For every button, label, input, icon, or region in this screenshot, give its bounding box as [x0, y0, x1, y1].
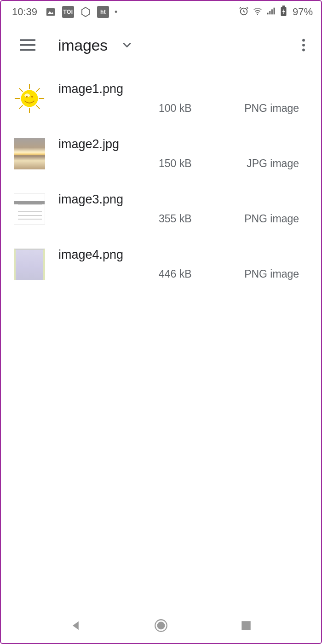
battery-icon — [280, 6, 287, 19]
svg-point-14 — [302, 39, 305, 42]
svg-rect-13 — [20, 49, 35, 51]
menu-button[interactable] — [18, 36, 37, 54]
file-row[interactable]: image1.png 100 kB PNG image — [14, 80, 308, 122]
svg-point-25 — [21, 90, 38, 107]
file-list: image1.png 100 kB PNG image image2.jpg 1… — [1, 80, 321, 288]
svg-point-27 — [26, 96, 28, 98]
status-right: 97% — [239, 6, 313, 19]
file-thumbnail — [14, 83, 45, 114]
svg-rect-11 — [20, 39, 35, 41]
file-type: PNG image — [244, 102, 299, 115]
battery-percent: 97% — [293, 6, 313, 18]
ht-icon: ht — [97, 6, 109, 18]
svg-rect-4 — [267, 12, 269, 14]
svg-marker-29 — [73, 621, 79, 630]
file-name: image4.png — [58, 248, 123, 262]
svg-rect-0 — [46, 8, 55, 16]
more-options-button[interactable] — [294, 36, 313, 54]
file-thumbnail — [14, 193, 45, 225]
nav-home-button[interactable] — [152, 616, 170, 635]
file-size: 150 kB — [159, 157, 192, 170]
file-row[interactable]: image4.png 446 kB PNG image — [14, 246, 308, 288]
nav-back-button[interactable] — [67, 616, 85, 635]
svg-rect-12 — [20, 44, 35, 46]
s-logon-icon — [80, 6, 92, 18]
app-header: images — [1, 23, 321, 67]
file-type: JPG image — [247, 157, 299, 170]
file-name: image1.png — [58, 82, 123, 96]
home-icon — [153, 618, 169, 633]
status-left: 10:39 TOI ht • — [12, 6, 117, 18]
back-icon — [69, 619, 82, 632]
file-type: PNG image — [244, 268, 299, 280]
navigation-bar — [1, 611, 321, 643]
file-name: image2.jpg — [58, 137, 119, 151]
svg-point-16 — [302, 49, 305, 52]
svg-rect-5 — [269, 11, 270, 14]
chevron-down-icon — [121, 39, 133, 52]
file-row[interactable]: image3.png 355 kB PNG image — [14, 191, 308, 233]
wifi-icon — [253, 6, 263, 18]
file-thumbnail — [14, 249, 45, 280]
hamburger-icon — [20, 39, 35, 51]
svg-point-28 — [31, 96, 33, 98]
nav-recent-button[interactable] — [237, 616, 255, 635]
file-name: image3.png — [58, 192, 123, 207]
svg-point-15 — [302, 44, 305, 46]
photos-icon — [45, 6, 57, 18]
recent-icon — [240, 620, 252, 632]
file-size: 446 kB — [159, 268, 192, 280]
svg-rect-32 — [242, 621, 251, 630]
svg-line-21 — [19, 88, 23, 92]
alarm-icon — [239, 6, 249, 18]
folder-title: images — [58, 36, 108, 54]
svg-point-31 — [157, 622, 165, 630]
file-type: PNG image — [244, 213, 299, 225]
svg-line-22 — [36, 105, 40, 109]
svg-point-3 — [257, 14, 258, 15]
svg-rect-9 — [282, 6, 285, 7]
status-bar: 10:39 TOI ht • 97% — [1, 1, 321, 23]
file-row[interactable]: image2.jpg 150 kB JPG image — [14, 135, 308, 178]
svg-line-24 — [19, 105, 23, 109]
file-size: 355 kB — [159, 213, 192, 225]
more-notifs-icon: • — [115, 6, 117, 18]
svg-rect-6 — [271, 9, 273, 14]
svg-rect-7 — [274, 7, 275, 14]
file-size: 100 kB — [159, 102, 192, 115]
status-time: 10:39 — [12, 6, 37, 18]
svg-line-23 — [36, 88, 40, 92]
more-vert-icon — [302, 39, 305, 52]
toi-icon: TOI — [62, 6, 74, 18]
signal-icon — [266, 6, 276, 18]
file-thumbnail — [14, 138, 45, 169]
folder-title-dropdown[interactable]: images — [58, 36, 133, 54]
